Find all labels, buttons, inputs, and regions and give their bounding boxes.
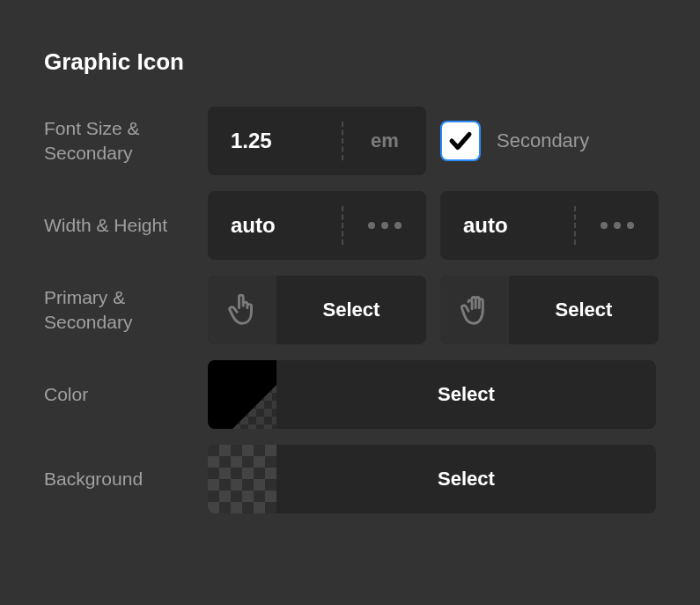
primary-select-label: Select <box>276 299 426 321</box>
color-swatch <box>208 360 276 429</box>
row-primary-secondary: Primary & Secondary Select Select <box>44 276 656 344</box>
checkmark-icon <box>447 128 474 154</box>
open-hand-icon <box>440 276 509 344</box>
font-size-input[interactable]: 1.25 em <box>208 107 426 175</box>
secondary-checkbox-label: Secondary <box>497 129 589 152</box>
more-options-icon[interactable] <box>576 222 659 229</box>
secondary-select-label: Select <box>509 299 659 321</box>
height-input[interactable]: auto <box>440 191 659 260</box>
field-group-primary-secondary: Select Select <box>208 276 659 344</box>
font-size-unit[interactable]: em <box>343 129 426 152</box>
secondary-checkbox-wrap: Secondary <box>440 121 589 161</box>
color-select[interactable]: Select <box>208 360 656 429</box>
pointer-hand-icon <box>208 276 276 344</box>
background-select[interactable]: Select <box>208 445 656 513</box>
row-color: Color Select <box>44 360 656 429</box>
graphic-icon-panel: Graphic Icon Font Size & Secondary 1.25 … <box>44 48 656 513</box>
secondary-icon-select[interactable]: Select <box>440 276 659 344</box>
label-font-size-secondary: Font Size & Secondary <box>44 116 194 166</box>
font-size-value: 1.25 <box>208 129 342 153</box>
field-group-font-size: 1.25 em Secondary <box>208 107 656 175</box>
background-select-label: Select <box>276 468 656 491</box>
width-value: auto <box>208 213 342 238</box>
secondary-checkbox[interactable] <box>440 121 481 161</box>
panel-title: Graphic Icon <box>44 48 656 76</box>
label-width-height: Width & Height <box>44 213 194 238</box>
row-width-height: Width & Height auto auto <box>44 191 656 260</box>
more-options-icon[interactable] <box>343 222 426 229</box>
row-font-size-secondary: Font Size & Secondary 1.25 em Secondary <box>44 107 656 175</box>
primary-icon-select[interactable]: Select <box>208 276 426 344</box>
color-select-label: Select <box>276 383 656 406</box>
field-group-width-height: auto auto <box>208 191 659 260</box>
width-input[interactable]: auto <box>208 191 426 260</box>
height-value: auto <box>440 213 574 238</box>
row-background: Background Select <box>44 445 656 513</box>
label-background: Background <box>44 467 194 491</box>
background-swatch <box>208 445 276 513</box>
label-color: Color <box>44 382 194 407</box>
label-primary-secondary: Primary & Secondary <box>44 285 194 336</box>
